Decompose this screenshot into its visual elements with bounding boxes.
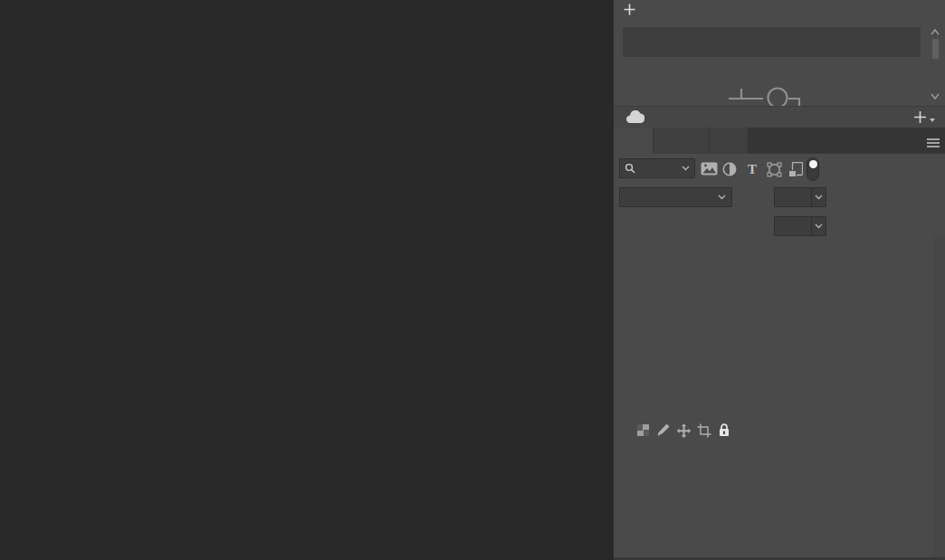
tab-paths[interactable] — [710, 128, 748, 154]
libraries-footer-bar — [614, 106, 945, 128]
scroll-up-icon[interactable] — [930, 27, 940, 38]
blend-mode-dropdown[interactable] — [619, 187, 732, 207]
fill-field[interactable] — [774, 216, 826, 236]
add-content-plus-icon[interactable] — [913, 110, 927, 124]
cloud-sync-icon[interactable] — [625, 110, 644, 124]
chevron-down-icon — [815, 195, 823, 200]
chevron-down-icon — [815, 223, 823, 229]
svg-text:T: T — [748, 162, 757, 176]
scrollbar-thumb[interactable] — [932, 39, 939, 59]
adjustment-layer-filter-icon[interactable] — [722, 162, 737, 176]
fill-dropdown-arrow[interactable] — [811, 217, 826, 235]
plus-icon — [624, 4, 635, 15]
photoshop-window: T — [0, 0, 945, 560]
lock-row — [614, 209, 945, 234]
canvas-area — [0, 0, 613, 560]
layer-filter-row: T — [614, 154, 945, 184]
opacity-dropdown-arrow[interactable] — [811, 188, 826, 206]
hamburger-menu-icon[interactable] — [926, 138, 940, 148]
tab-layers[interactable] — [614, 128, 653, 154]
smart-object-filter-icon[interactable] — [788, 162, 803, 177]
lock-all-icon[interactable] — [717, 423, 731, 437]
lock-transparent-pixels-icon[interactable] — [637, 424, 649, 436]
chevron-down-icon — [718, 195, 726, 200]
pixel-layer-filter-icon[interactable] — [701, 162, 718, 176]
lock-position-icon[interactable] — [676, 423, 692, 439]
type-layer-filter-icon[interactable]: T — [746, 162, 759, 176]
library-item-preview-glasses[interactable] — [716, 87, 816, 106]
document-artwork — [0, 0, 613, 560]
blend-mode-row — [614, 184, 945, 209]
filter-kind-dropdown[interactable] — [619, 158, 695, 178]
scroll-down-icon[interactable] — [930, 90, 940, 101]
tab-channels[interactable] — [654, 128, 709, 154]
add-content-caret-icon — [930, 119, 935, 122]
panel-tabs-bar — [614, 128, 945, 154]
library-list-item[interactable] — [623, 27, 921, 57]
create-new-library-button[interactable] — [624, 4, 642, 15]
right-panel: T — [613, 0, 945, 560]
chevron-down-icon — [682, 166, 690, 171]
lock-artboard-icon[interactable] — [697, 423, 711, 438]
layers-scroll-gutter[interactable] — [933, 234, 945, 557]
lock-image-pixels-icon[interactable] — [657, 423, 670, 436]
search-icon — [625, 163, 635, 174]
library-name — [623, 27, 921, 35]
libraries-panel — [614, 0, 945, 106]
opacity-field[interactable] — [774, 187, 826, 207]
toggle-knob — [809, 160, 817, 168]
filter-toggle-switch[interactable] — [807, 157, 819, 181]
shape-layer-filter-icon[interactable] — [767, 162, 782, 177]
